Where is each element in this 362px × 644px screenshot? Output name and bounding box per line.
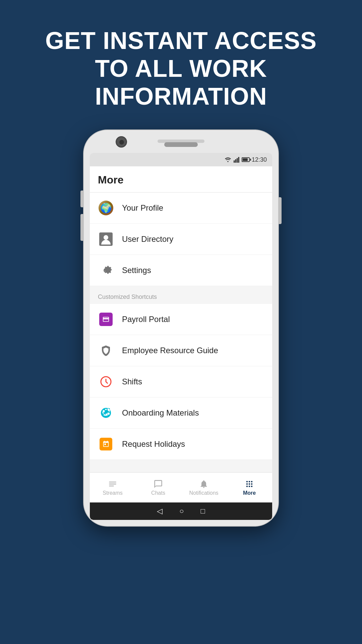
menu-item-user-directory[interactable]: User Directory bbox=[90, 224, 272, 255]
svg-point-10 bbox=[246, 483, 248, 485]
menu-item-your-profile[interactable]: Your Profile bbox=[90, 193, 272, 224]
employee-resource-icon-wrap bbox=[98, 342, 114, 359]
svg-point-11 bbox=[249, 483, 250, 485]
app-title: More bbox=[98, 174, 123, 186]
payroll-icon-wrap bbox=[98, 311, 114, 327]
svg-point-7 bbox=[246, 481, 248, 483]
shifts-icon-wrap bbox=[98, 374, 114, 390]
snowflake-icon bbox=[100, 407, 112, 419]
svg-rect-1 bbox=[235, 159, 236, 163]
nav-item-notifications[interactable]: Notifications bbox=[181, 473, 227, 502]
battery-icon bbox=[242, 157, 250, 162]
settings-icon-wrap bbox=[98, 262, 114, 278]
nav-item-chats[interactable]: Chats bbox=[135, 473, 181, 502]
your-profile-label: Your Profile bbox=[122, 203, 163, 213]
calendar-icon bbox=[100, 438, 112, 450]
svg-point-5 bbox=[104, 235, 108, 240]
menu-item-employee-resource-guide[interactable]: Employee Resource Guide bbox=[90, 335, 272, 366]
clock-icon bbox=[100, 376, 112, 388]
gear-icon bbox=[99, 264, 113, 277]
signal-icon bbox=[234, 157, 240, 163]
user-directory-label: User Directory bbox=[122, 234, 173, 244]
menu-item-request-holidays[interactable]: Request Holidays bbox=[90, 429, 272, 460]
your-profile-icon bbox=[98, 200, 114, 216]
power-button bbox=[279, 197, 282, 224]
bottom-nav: Streams Chats Notifications bbox=[90, 472, 272, 502]
menu-list: Your Profile User Directory bbox=[90, 193, 272, 472]
status-icons: 12:30 bbox=[224, 156, 267, 163]
svg-rect-3 bbox=[238, 157, 239, 163]
chats-nav-label: Chats bbox=[151, 490, 165, 496]
svg-point-12 bbox=[251, 483, 253, 485]
notifications-nav-label: Notifications bbox=[189, 490, 218, 496]
settings-label: Settings bbox=[122, 266, 151, 275]
phone-mockup: 12:30 More Your Profile bbox=[84, 130, 278, 526]
shifts-label: Shifts bbox=[122, 377, 142, 386]
svg-point-8 bbox=[249, 481, 250, 483]
recents-button[interactable]: □ bbox=[201, 507, 205, 516]
nav-item-more[interactable]: More bbox=[227, 473, 272, 502]
user-directory-icon bbox=[98, 231, 114, 247]
svg-rect-2 bbox=[237, 158, 238, 163]
phone-screen: 12:30 More Your Profile bbox=[90, 153, 272, 520]
notifications-icon bbox=[199, 479, 208, 489]
wifi-icon bbox=[224, 157, 232, 162]
back-button[interactable]: ◁ bbox=[157, 507, 163, 516]
payroll-portal-label: Payroll Portal bbox=[122, 315, 170, 324]
volume-up-button bbox=[80, 191, 83, 207]
request-holidays-icon-wrap bbox=[98, 436, 114, 452]
onboarding-materials-label: Onboarding Materials bbox=[122, 408, 199, 418]
menu-item-onboarding-materials[interactable]: Onboarding Materials bbox=[90, 397, 272, 429]
volume-down-button bbox=[80, 214, 83, 241]
camera bbox=[116, 136, 127, 148]
menu-item-shifts[interactable]: Shifts bbox=[90, 366, 272, 397]
phone-nav-buttons: ◁ ○ □ bbox=[90, 502, 272, 520]
chats-icon bbox=[154, 479, 163, 489]
status-time: 12:30 bbox=[252, 156, 267, 163]
headline: GET INSTANT ACCESS TO ALL WORK INFORMATI… bbox=[18, 0, 344, 130]
shield-icon bbox=[100, 344, 112, 357]
employee-resource-guide-label: Employee Resource Guide bbox=[122, 346, 218, 355]
streams-icon bbox=[108, 479, 117, 489]
svg-rect-0 bbox=[234, 161, 235, 163]
menu-item-payroll-portal[interactable]: Payroll Portal bbox=[90, 304, 272, 335]
svg-point-9 bbox=[251, 481, 253, 483]
more-dots-icon bbox=[245, 479, 254, 489]
svg-point-13 bbox=[246, 486, 248, 487]
nav-item-streams[interactable]: Streams bbox=[90, 473, 135, 502]
request-holidays-label: Request Holidays bbox=[122, 439, 185, 449]
svg-point-15 bbox=[251, 486, 253, 487]
contacts-icon bbox=[99, 232, 113, 246]
payroll-icon bbox=[99, 313, 113, 326]
home-button[interactable]: ○ bbox=[179, 507, 184, 516]
speaker bbox=[164, 142, 198, 147]
avatar bbox=[99, 201, 113, 215]
app-header: More bbox=[90, 166, 272, 193]
menu-item-settings[interactable]: Settings bbox=[90, 255, 272, 286]
shortcuts-section-header: Customized Shortcuts bbox=[90, 286, 272, 304]
status-bar: 12:30 bbox=[90, 153, 272, 166]
more-nav-label: More bbox=[243, 490, 256, 496]
streams-nav-label: Streams bbox=[103, 490, 123, 496]
svg-point-14 bbox=[249, 486, 250, 487]
onboarding-icon-wrap bbox=[98, 405, 114, 421]
